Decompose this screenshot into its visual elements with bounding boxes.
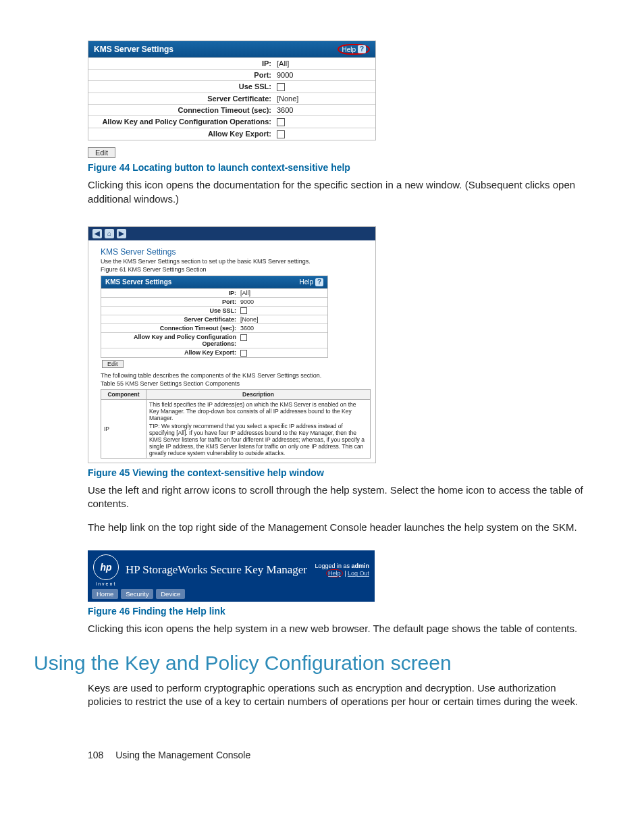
page-footer: 108 Using the Management Console [88, 750, 587, 760]
settings-row-value: 9000 [240, 298, 254, 305]
fig45-inner-panel-title: KMS Server Settings [105, 278, 171, 286]
page-number: 108 [88, 750, 103, 760]
settings-row-value [240, 307, 247, 315]
settings-row: Port:9000 [101, 297, 327, 306]
fig44-panel: KMS Server Settings Help ? IP:[All]Port:… [88, 41, 376, 140]
settings-row: Connection Timeout (sec):3600 [101, 323, 327, 332]
settings-row-value: [None] [277, 95, 371, 103]
fig45-component-name: IP [101, 400, 146, 459]
help-button[interactable]: Help ? [342, 45, 366, 53]
fig45-help-button[interactable]: Help ? [299, 278, 323, 286]
settings-row: Allow Key and Policy Configuration Opera… [88, 115, 375, 128]
hp-logo-group: hp invent [93, 554, 119, 586]
fig45-component-desc-l1: This field specifies the IP address(es) … [149, 401, 367, 421]
fig45-inner-caption: Figure 61 KMS Server Settings Section [101, 266, 363, 273]
fig45-body-1: Use the left and right arrow icons to sc… [88, 484, 587, 511]
settings-row-value [277, 82, 371, 91]
fig45-desc-line: The following table describes the compon… [101, 372, 363, 379]
settings-row-label: Use SSL: [105, 307, 240, 315]
nav-home-icon[interactable]: ⌂ [105, 229, 114, 238]
fig46-header: hp invent HP StorageWorks Secure Key Man… [88, 550, 375, 589]
fig46-logo-block: hp invent HP StorageWorks Secure Key Man… [93, 554, 307, 586]
logged-in-line: Logged in as admin [315, 563, 369, 569]
fig46-body: Clicking this icon opens the help system… [88, 622, 587, 635]
edit-button[interactable]: Edit [88, 147, 115, 158]
settings-row-label: Server Certificate: [92, 95, 277, 103]
section-heading: Using the Key and Policy Configuration s… [34, 652, 603, 675]
fig45-table-caption: Table 55 KMS Server Settings Section Com… [101, 380, 363, 387]
fig44-caption: Figure 44 Locating button to launch cont… [88, 162, 587, 173]
settings-row: Connection Timeout (sec):3600 [88, 104, 375, 115]
footer-section-title: Using the Management Console [115, 750, 250, 760]
settings-row-label: Port: [92, 71, 277, 79]
checkbox-icon[interactable] [240, 307, 247, 314]
fig45-navbar: ◀ ⌂ ▶ [88, 227, 375, 240]
checkbox-icon[interactable] [277, 130, 285, 138]
checkbox-icon[interactable] [240, 350, 247, 357]
settings-row-value [240, 349, 247, 357]
settings-row-value: 3600 [240, 325, 254, 332]
settings-row-label: Connection Timeout (sec): [105, 325, 240, 332]
header-links: Help | Log Out [315, 569, 369, 577]
fig46-caption: Figure 46 Finding the Help link [88, 606, 587, 617]
fig45-help-label: Help [299, 278, 313, 286]
settings-row: Allow Key Export: [101, 348, 327, 357]
product-title: HP StorageWorks Secure Key Manager [126, 563, 307, 577]
settings-row-value [277, 118, 371, 126]
settings-row: IP:[All] [88, 57, 375, 69]
fig45-th-component: Component [101, 390, 146, 400]
fig44-panel-title: KMS Server Settings [94, 45, 173, 54]
settings-row: Port:9000 [88, 69, 375, 80]
settings-row: Server Certificate:[None] [101, 315, 327, 323]
help-label: Help [342, 46, 356, 53]
settings-row-label: Use SSL: [92, 82, 277, 91]
fig45-component-desc-l2: TIP: We strongly recommend that you sele… [149, 423, 367, 457]
fig45-inner-panel: KMS Server Settings Help ? IP:[All]Port:… [101, 276, 328, 358]
checkbox-icon[interactable] [277, 118, 285, 126]
logged-in-user: admin [351, 563, 369, 569]
fig45-edit-button[interactable]: Edit [102, 360, 124, 368]
fig46-header-right: Logged in as admin Help | Log Out [315, 563, 369, 577]
settings-row-value: [None] [240, 316, 259, 323]
fig46-panel: hp invent HP StorageWorks Secure Key Man… [88, 550, 375, 602]
settings-row-value: [All] [277, 59, 371, 68]
fig44-panel-header: KMS Server Settings Help ? [88, 41, 375, 57]
logged-in-prefix: Logged in as [315, 563, 351, 569]
fig45-subtitle: Use the KMS Server Settings section to s… [101, 258, 363, 265]
settings-row-label: Port: [105, 298, 240, 305]
settings-row-label: IP: [92, 59, 277, 68]
section-body: Keys are used to perform cryptographic o… [88, 681, 587, 709]
settings-row-value: [All] [240, 290, 250, 296]
fig45-title: KMS Server Settings [101, 247, 363, 257]
settings-row: Use SSL: [101, 306, 327, 315]
settings-row-label: Allow Key Export: [92, 130, 277, 138]
fig45-body-2: The help link on the top right side of t… [88, 521, 587, 534]
settings-row-value [277, 130, 371, 138]
settings-row-label: Connection Timeout (sec): [92, 106, 277, 114]
tab-home[interactable]: Home [92, 589, 118, 599]
logout-link[interactable]: Log Out [348, 570, 369, 577]
fig45-inner-panel-header: KMS Server Settings Help ? [101, 276, 327, 288]
settings-row: Allow Key Export: [88, 128, 375, 140]
tab-device[interactable]: Device [156, 589, 185, 599]
settings-row-label: Allow Key and Policy Configuration Opera… [105, 334, 240, 347]
fig46-tabs: Home Security Device [88, 589, 375, 602]
checkbox-icon[interactable] [277, 83, 285, 91]
hp-invent-text: invent [93, 581, 119, 586]
help-link[interactable]: Help [328, 570, 341, 577]
tab-security[interactable]: Security [121, 589, 153, 599]
help-button-highlight: Help ? [338, 44, 370, 55]
settings-row-label: Allow Key and Policy Configuration Opera… [92, 118, 277, 126]
settings-row-value: 9000 [277, 71, 371, 79]
nav-prev-icon[interactable]: ◀ [92, 229, 102, 238]
settings-row: Server Certificate:[None] [88, 93, 375, 104]
checkbox-icon[interactable] [240, 334, 247, 341]
fig45-component-desc: This field specifies the IP address(es) … [146, 400, 371, 459]
fig45-caption: Figure 45 Viewing the context-sensitive … [88, 467, 587, 478]
settings-row: IP:[All] [101, 288, 327, 297]
nav-next-icon[interactable]: ▶ [117, 229, 126, 238]
fig45-panel: ◀ ⌂ ▶ KMS Server Settings Use the KMS Se… [88, 226, 376, 463]
settings-row-value [240, 334, 247, 347]
fig45-help-icon: ? [315, 278, 323, 286]
fig44-body-text: Clicking this icon opens the documentati… [88, 178, 587, 206]
